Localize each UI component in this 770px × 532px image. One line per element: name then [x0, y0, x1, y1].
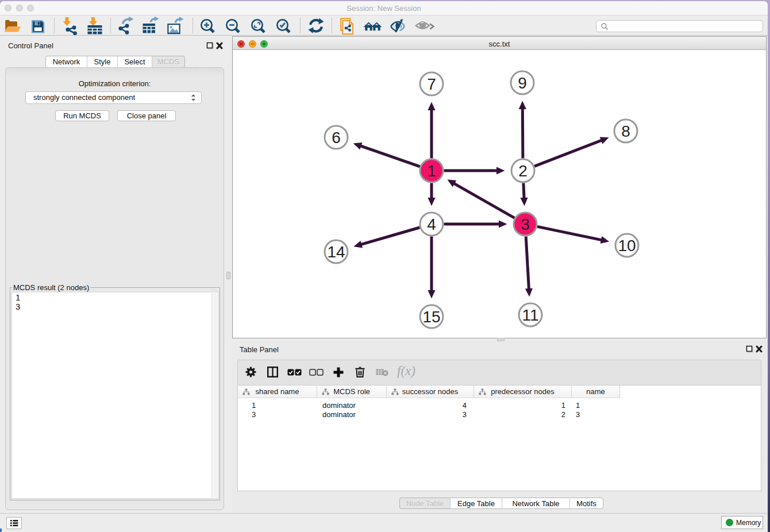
svg-text:15: 15 — [422, 308, 440, 326]
svg-text:7: 7 — [427, 75, 436, 93]
svg-text:6: 6 — [332, 129, 341, 147]
svg-text:3: 3 — [521, 215, 530, 233]
svg-text:11: 11 — [522, 306, 538, 324]
svg-text:1: 1 — [427, 162, 436, 180]
svg-text:2: 2 — [518, 162, 528, 180]
svg-text:10: 10 — [618, 237, 636, 255]
svg-text:9: 9 — [518, 74, 527, 92]
svg-text:14: 14 — [327, 243, 345, 261]
svg-text:4: 4 — [427, 215, 436, 233]
svg-text:8: 8 — [621, 122, 630, 140]
